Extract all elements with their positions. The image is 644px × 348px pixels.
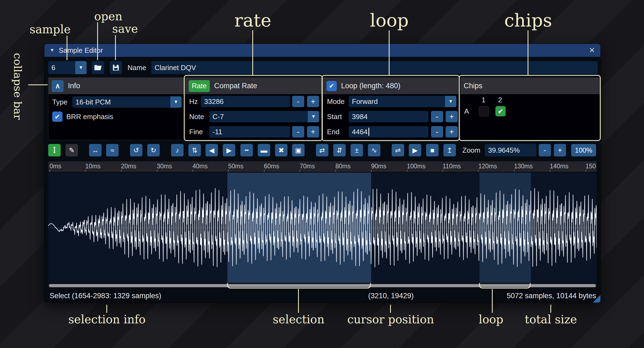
info-panel-header: ∧ Info <box>48 78 185 94</box>
loop-panel-title: Loop (length: 480) <box>341 82 400 90</box>
trim-button[interactable]: ▣ <box>292 144 305 156</box>
filter-button[interactable]: ∿ <box>368 144 380 156</box>
chevron-down-icon[interactable]: ▼ <box>75 61 87 74</box>
window-collapse-icon[interactable]: ▼ <box>50 48 54 53</box>
chevron-down-icon[interactable]: ▼ <box>445 96 456 107</box>
fine-value: -11 <box>213 128 222 136</box>
loop-mode-dropdown[interactable]: Forward ▼ <box>349 96 456 107</box>
annotation-line-open <box>97 22 98 60</box>
note-value: C-7 <box>209 113 308 121</box>
fine-minus-button[interactable]: - <box>292 126 304 137</box>
rate-panel-title: Compat Rate <box>214 82 257 90</box>
crossfade-button[interactable]: ⇌ <box>392 144 404 156</box>
loop-end-plus-button[interactable]: + <box>446 126 458 137</box>
normalize-button[interactable]: ⇅ <box>188 144 201 156</box>
page-background: ▼ Sample Editor ✕ 6 ▼ Name Clarinet DQV <box>0 0 644 348</box>
close-icon[interactable]: ✕ <box>589 46 595 55</box>
annotation-line-rate <box>252 30 253 75</box>
delete-button[interactable]: ✖ <box>275 144 287 156</box>
invert-button[interactable]: ⇵ <box>333 144 346 156</box>
zoom-plus-button[interactable]: + <box>554 144 566 156</box>
annotation-line-loop <box>389 30 390 75</box>
waveform-scrollbar[interactable] <box>48 284 597 288</box>
apply-silence-button[interactable]: ▬ <box>258 144 270 156</box>
chips-panel: Chips 1 2 A ✔ <box>460 77 600 140</box>
tick-mark <box>157 170 157 172</box>
note-dropdown[interactable]: C-7 ▼ <box>209 111 319 122</box>
draw-button[interactable]: ✎ <box>66 144 78 156</box>
zoom-minus-button[interactable]: - <box>539 144 551 156</box>
hz-minus-button[interactable]: - <box>292 96 304 107</box>
annotation-open: open <box>94 10 122 23</box>
preview-button[interactable]: ▶ <box>409 144 421 156</box>
loop-end-label: End <box>327 126 339 137</box>
name-label: Name <box>128 61 146 74</box>
tick-mark <box>121 170 122 172</box>
annotation-chips: chips <box>504 10 552 31</box>
fine-plus-button[interactable]: + <box>307 126 319 137</box>
fine-input[interactable]: -11 <box>209 126 290 137</box>
chevron-down-icon[interactable]: ▼ <box>170 96 182 108</box>
time-label: 150 <box>586 163 596 170</box>
chip-row-label: A <box>464 106 469 116</box>
check-icon: ✔ <box>329 82 335 90</box>
timeline-ruler[interactable]: 0ms10ms20ms30ms40ms50ms60ms70ms80ms90ms1… <box>48 161 597 172</box>
resample-button[interactable]: ≈ <box>106 144 119 156</box>
window-titlebar[interactable]: ▼ Sample Editor ✕ <box>44 44 600 57</box>
zoom-input[interactable]: 39.9645% <box>485 144 536 156</box>
fade-in-button[interactable]: ◀ <box>205 144 218 156</box>
amplify-button[interactable]: ♪ <box>171 144 184 156</box>
annotation-rate: rate <box>234 10 271 31</box>
waveform-area[interactable] <box>48 173 597 283</box>
chevron-down-icon[interactable]: ▼ <box>308 111 319 122</box>
redo-button[interactable]: ↻ <box>147 144 160 156</box>
loop-enable-checkbox[interactable]: ✔ <box>326 81 337 91</box>
stop-button[interactable]: ■ <box>426 144 439 156</box>
chevron-up-icon: ∧ <box>55 82 60 90</box>
annotation-line-chips <box>528 30 528 75</box>
tick-mark <box>192 170 193 172</box>
chip-1-checkbox[interactable] <box>479 106 489 116</box>
rate-toggle-button[interactable]: Rate <box>189 80 210 92</box>
select-button[interactable]: I <box>48 144 61 156</box>
loop-start-label: Start <box>327 111 342 122</box>
type-dropdown[interactable]: 16-bit PCM ▼ <box>72 96 182 108</box>
name-input[interactable]: Clarinet DQV <box>151 61 598 74</box>
resize-button[interactable]: ↔ <box>89 144 102 156</box>
sample-editor-window: ▼ Sample Editor ✕ 6 ▼ Name Clarinet DQV <box>44 44 601 303</box>
tick-mark <box>85 170 86 172</box>
loop-start-input[interactable]: 3984 <box>349 111 429 122</box>
loop-start-minus-button[interactable]: - <box>431 111 443 122</box>
chip-2-checkbox[interactable]: ✔ <box>495 106 506 116</box>
time-label: 40ms <box>192 163 208 170</box>
waveform[interactable] <box>48 173 597 283</box>
brr-emphasis-checkbox[interactable]: ✔ <box>52 111 63 122</box>
hz-plus-button[interactable]: + <box>307 96 319 107</box>
sign-button[interactable]: ± <box>351 144 363 156</box>
loop-end-input[interactable]: 4464 <box>349 126 429 137</box>
resize-handle[interactable] <box>593 295 600 303</box>
zoom-reset-button[interactable]: 100% <box>571 144 596 156</box>
loop-start-plus-button[interactable]: + <box>446 111 458 122</box>
fade-out-button[interactable]: ▶ <box>223 144 235 156</box>
sample-number-value: 6 <box>48 64 75 72</box>
tick-mark <box>335 170 336 172</box>
loop-end-value: 4464 <box>352 128 368 136</box>
sample-number-combo[interactable]: 6 ▼ <box>48 61 87 74</box>
window-title: Sample Editor <box>59 46 103 55</box>
loop-end-minus-button[interactable]: - <box>431 126 443 137</box>
check-icon: ✔ <box>55 113 60 121</box>
undo-button[interactable]: ↺ <box>130 144 142 156</box>
save-button[interactable] <box>110 61 122 74</box>
tick-mark <box>264 170 264 172</box>
open-button[interactable] <box>92 61 104 74</box>
make-instrument-button[interactable]: ↥ <box>443 144 456 156</box>
tick-mark <box>478 170 479 172</box>
annotation-selection: selection <box>273 313 325 326</box>
time-label: 20ms <box>121 163 136 170</box>
insert-silence-button[interactable]: ╍ <box>240 144 253 156</box>
hz-input[interactable]: 33286 <box>201 96 290 107</box>
scrollbar-thumb[interactable] <box>49 284 596 287</box>
reverse-button[interactable]: ⇄ <box>316 144 328 156</box>
collapse-bar-button[interactable]: ∧ <box>52 80 64 92</box>
